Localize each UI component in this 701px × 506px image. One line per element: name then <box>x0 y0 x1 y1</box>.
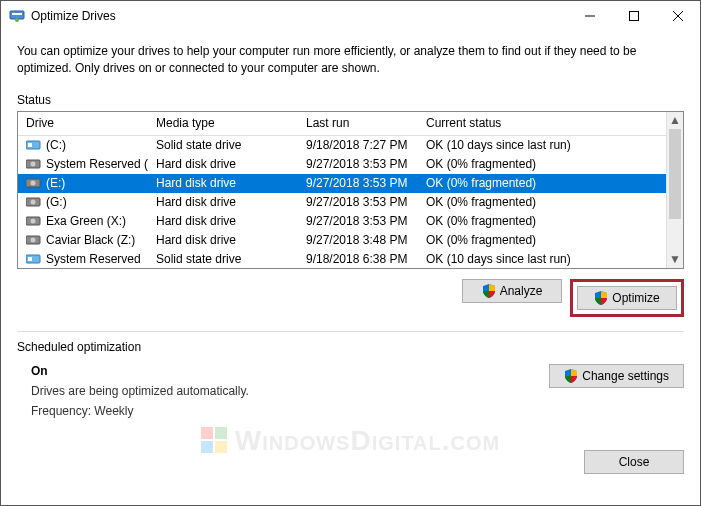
maximize-button[interactable] <box>612 1 656 31</box>
current-status: OK (0% fragmented) <box>418 232 666 248</box>
media-type: Hard disk drive <box>148 175 298 191</box>
close-button[interactable] <box>656 1 700 31</box>
last-run: 9/18/2018 7:27 PM <box>298 137 418 153</box>
last-run: 9/27/2018 3:53 PM <box>298 213 418 229</box>
drive-name: Exa Green (X:) <box>46 214 126 228</box>
drive-name: (G:) <box>46 195 67 209</box>
last-run: 9/27/2018 3:53 PM <box>298 156 418 172</box>
close-label: Close <box>619 455 650 469</box>
drive-icon <box>26 215 42 227</box>
change-settings-button[interactable]: Change settings <box>549 364 684 388</box>
description-text: You can optimize your drives to help you… <box>1 31 700 85</box>
drive-icon <box>26 139 42 151</box>
scroll-up-button[interactable]: ▲ <box>667 112 683 129</box>
window-title: Optimize Drives <box>31 9 568 23</box>
media-type: Hard disk drive <box>148 232 298 248</box>
media-type: Hard disk drive <box>148 156 298 172</box>
drive-icon <box>26 234 42 246</box>
shield-icon <box>564 369 578 383</box>
scrollbar[interactable]: ▲ ▼ <box>666 112 683 268</box>
table-row[interactable]: Exa Green (X:)Hard disk drive9/27/2018 3… <box>18 212 666 231</box>
table-row[interactable]: Caviar Black (Z:)Hard disk drive9/27/201… <box>18 231 666 250</box>
col-drive[interactable]: Drive <box>18 112 148 135</box>
minimize-button[interactable] <box>568 1 612 31</box>
scheduled-state: On <box>31 364 549 378</box>
table-row[interactable]: (C:)Solid state drive9/18/2018 7:27 PMOK… <box>18 136 666 155</box>
svg-point-16 <box>31 219 36 224</box>
scroll-thumb[interactable] <box>669 129 681 219</box>
drive-name: System Reserved <box>46 252 141 266</box>
scheduled-desc: Drives are being optimized automatically… <box>31 384 549 398</box>
col-status[interactable]: Current status <box>418 112 666 135</box>
last-run: 9/27/2018 3:53 PM <box>298 175 418 191</box>
scroll-track[interactable] <box>667 129 683 251</box>
current-status: OK (10 days since last run) <box>418 251 666 267</box>
svg-point-2 <box>15 18 19 22</box>
svg-point-10 <box>31 162 36 167</box>
action-buttons-row: Analyze Optimize <box>1 269 700 327</box>
titlebar: Optimize Drives <box>1 1 700 31</box>
drive-icon <box>26 253 42 265</box>
status-label: Status <box>1 85 700 111</box>
current-status: OK (0% fragmented) <box>418 156 666 172</box>
drive-name: (C:) <box>46 138 66 152</box>
svg-rect-4 <box>630 12 639 21</box>
table-header: Drive Media type Last run Current status <box>18 112 683 136</box>
last-run: 9/27/2018 3:48 PM <box>298 232 418 248</box>
svg-point-14 <box>31 200 36 205</box>
svg-point-12 <box>31 181 36 186</box>
drive-name: Caviar Black (Z:) <box>46 233 135 247</box>
col-last[interactable]: Last run <box>298 112 418 135</box>
analyze-label: Analyze <box>500 284 543 298</box>
bottom-buttons-row: Close <box>1 432 700 488</box>
media-type: Solid state drive <box>148 137 298 153</box>
last-run: 9/27/2018 3:53 PM <box>298 194 418 210</box>
shield-icon <box>482 284 496 298</box>
change-settings-label: Change settings <box>582 369 669 383</box>
media-type: Hard disk drive <box>148 194 298 210</box>
svg-point-18 <box>31 238 36 243</box>
table-row[interactable]: System ReservedSolid state drive9/18/201… <box>18 250 666 268</box>
app-icon <box>9 8 25 24</box>
drive-name: (E:) <box>46 176 65 190</box>
scheduled-label: Scheduled optimization <box>1 332 700 358</box>
table-row[interactable]: System Reserved (D:)Hard disk drive9/27/… <box>18 155 666 174</box>
drive-icon <box>26 158 42 170</box>
table-row[interactable]: (G:)Hard disk drive9/27/2018 3:53 PMOK (… <box>18 193 666 212</box>
media-type: Solid state drive <box>148 251 298 267</box>
svg-rect-1 <box>12 13 22 15</box>
table-row[interactable]: (E:)Hard disk drive9/27/2018 3:53 PMOK (… <box>18 174 666 193</box>
optimize-label: Optimize <box>612 291 659 305</box>
current-status: OK (0% fragmented) <box>418 213 666 229</box>
analyze-button[interactable]: Analyze <box>462 279 562 303</box>
current-status: OK (10 days since last run) <box>418 137 666 153</box>
media-type: Hard disk drive <box>148 213 298 229</box>
scheduled-freq: Frequency: Weekly <box>31 404 549 418</box>
table-body[interactable]: (C:)Solid state drive9/18/2018 7:27 PMOK… <box>18 136 683 268</box>
col-media[interactable]: Media type <box>148 112 298 135</box>
close-dialog-button[interactable]: Close <box>584 450 684 474</box>
last-run: 9/18/2018 6:38 PM <box>298 251 418 267</box>
drive-icon <box>26 177 42 189</box>
shield-icon <box>594 291 608 305</box>
optimize-button[interactable]: Optimize <box>577 286 677 310</box>
current-status: OK (0% fragmented) <box>418 175 666 191</box>
drive-name: System Reserved (D:) <box>46 157 148 171</box>
drive-icon <box>26 196 42 208</box>
scroll-down-button[interactable]: ▼ <box>667 251 683 268</box>
drives-table: Drive Media type Last run Current status… <box>17 111 684 269</box>
svg-rect-20 <box>28 257 32 261</box>
svg-rect-8 <box>28 143 32 147</box>
current-status: OK (0% fragmented) <box>418 194 666 210</box>
optimize-highlight: Optimize <box>570 279 684 317</box>
scheduled-section: On Drives are being optimized automatica… <box>1 358 700 432</box>
